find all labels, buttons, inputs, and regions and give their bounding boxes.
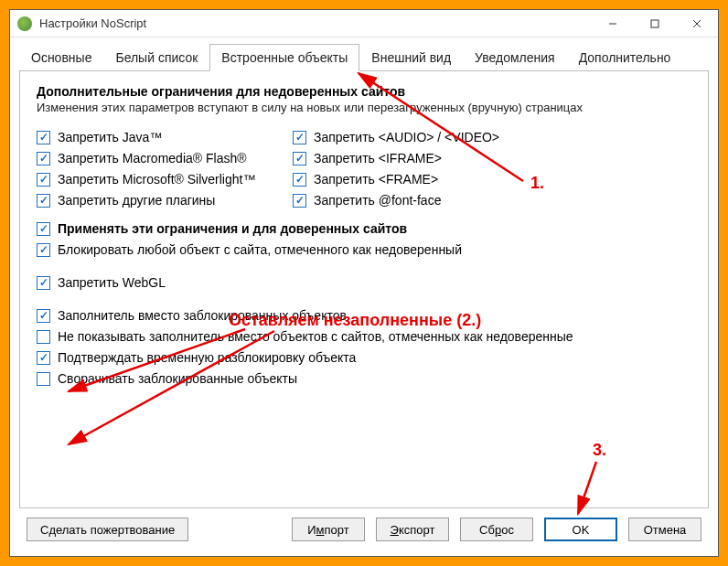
checkbox-confirm-unblock[interactable] [37, 351, 50, 365]
checkbox-flash[interactable] [37, 152, 50, 166]
checkbox-fontface[interactable] [293, 194, 306, 208]
checkbox-java[interactable] [37, 131, 50, 144]
import-button[interactable]: Импорт [292, 518, 365, 541]
checkbox-apply-trusted[interactable] [37, 222, 50, 236]
settings-window: Настройки NoScript Основные Белый список… [9, 9, 719, 557]
button-bar: Сделать пожертвование Импорт Экспорт Сбр… [10, 518, 718, 556]
section-heading: Дополнительные ограничения для недоверен… [37, 84, 691, 99]
checkbox-audio-video[interactable] [293, 131, 306, 144]
label-block-untrusted: Блокировать любой объект с сайта, отмече… [58, 242, 462, 257]
checkbox-placeholder[interactable] [37, 309, 50, 323]
label-java: Запретить Java™ [58, 130, 162, 144]
checkbox-no-placeholder-untrusted[interactable] [37, 330, 50, 344]
reset-button[interactable]: Сброс [460, 518, 533, 541]
window-title: Настройки NoScript [39, 16, 592, 30]
tab-notifications[interactable]: Уведомления [463, 44, 567, 71]
tab-bar: Основные Белый список Встроенные объекты… [10, 37, 718, 70]
tab-panel-embedded: Дополнительные ограничения для недоверен… [19, 70, 709, 508]
tab-whitelist[interactable]: Белый список [103, 44, 209, 71]
label-collapse: Сворачивать заблокированные объекты [58, 371, 297, 386]
titlebar: Настройки NoScript [10, 10, 718, 37]
label-confirm-unblock: Подтверждать временную разблокировку объ… [58, 350, 356, 365]
tab-embedded[interactable]: Встроенные объекты [209, 44, 359, 71]
label-flash: Запретить Macromedia® Flash® [58, 151, 247, 166]
checkbox-plugins[interactable] [37, 194, 50, 208]
checkbox-webgl[interactable] [37, 276, 50, 290]
window-controls [592, 10, 718, 37]
label-placeholder: Заполнитель вместо заблокированных объек… [58, 308, 347, 323]
checkbox-silverlight[interactable] [37, 173, 50, 187]
ok-button[interactable]: OK [544, 518, 617, 541]
minimize-button[interactable] [592, 10, 634, 37]
maximize-button[interactable] [634, 10, 676, 37]
close-button[interactable] [676, 10, 718, 37]
label-no-placeholder-untrusted: Не показывать заполнитель вместо объекто… [58, 329, 573, 344]
checkbox-block-untrusted[interactable] [37, 243, 50, 257]
checkbox-iframe[interactable] [293, 152, 306, 166]
label-silverlight: Запретить Microsoft® Silverlight™ [58, 172, 255, 187]
label-webgl: Запретить WebGL [58, 275, 166, 290]
label-iframe: Запретить <IFRAME> [314, 151, 442, 166]
label-frame: Запретить <FRAME> [314, 172, 438, 187]
cancel-button[interactable]: Отмена [628, 518, 701, 541]
tab-advanced[interactable]: Дополнительно [567, 44, 683, 71]
app-icon [17, 16, 32, 31]
label-apply-trusted: Применять эти ограничения и для доверенн… [58, 221, 407, 236]
svg-rect-1 [651, 20, 658, 27]
label-fontface: Запретить @font-face [314, 193, 441, 208]
checkbox-frame[interactable] [293, 173, 306, 187]
tab-general[interactable]: Основные [19, 44, 103, 71]
label-plugins: Запретить другие плагины [58, 193, 215, 208]
donate-button[interactable]: Сделать пожертвование [27, 518, 188, 541]
tab-appearance[interactable]: Внешний вид [359, 44, 463, 71]
export-button[interactable]: Экспорт [376, 518, 449, 541]
label-audio-video: Запретить <AUDIO> / <VIDEO> [314, 130, 499, 144]
section-subheading: Изменения этих параметров вступают в сил… [37, 101, 691, 114]
checkbox-collapse[interactable] [37, 372, 50, 386]
